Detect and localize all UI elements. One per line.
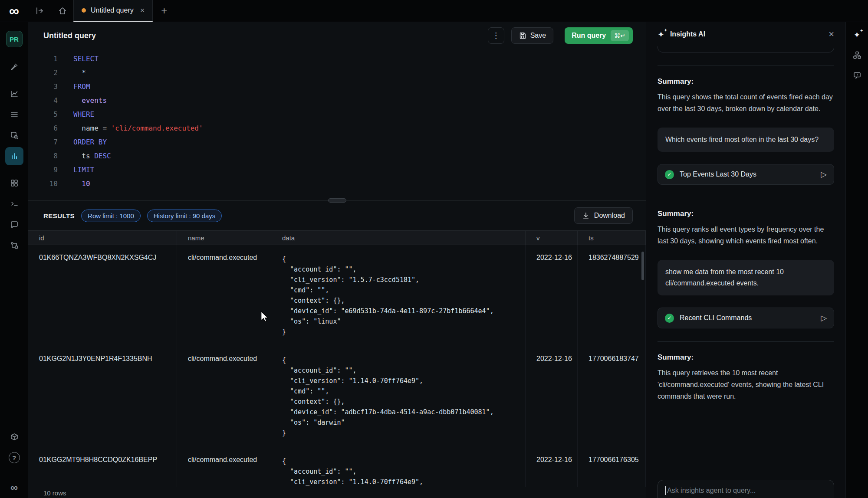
insights-title: Insights AI — [670, 30, 705, 38]
query-result-card[interactable]: ✓Top Events Last 30 Days▷ — [658, 164, 834, 185]
code-line[interactable]: 1SELECT — [28, 52, 646, 66]
splitter-drag-handle[interactable] — [328, 198, 346, 203]
infinity-logo-icon: ∞ — [9, 4, 19, 18]
main-panel: Untitled query ⋮ Save Run query ⌘↵ 1SELE… — [28, 22, 646, 498]
column-header-ts[interactable]: ts — [578, 231, 646, 245]
insights-ai-toggle[interactable]: ✦✦ — [851, 28, 864, 41]
insights-header: ✦✦ Insights AI × — [646, 22, 845, 46]
right-icon-strip: ✦✦ — [845, 22, 868, 498]
sql-editor[interactable]: 1SELECT2 *3FROM4 events5WHERE6 name = 'c… — [28, 49, 646, 200]
section-divider — [658, 198, 834, 198]
sidebar-item-trends[interactable] — [5, 85, 23, 103]
workflow-icon — [10, 241, 19, 250]
code-line[interactable]: 10 10 — [28, 177, 646, 191]
insights-thread: Summary:This query shows the total count… — [658, 66, 834, 402]
left-sidebar: PR — [0, 22, 28, 498]
expand-sidebar-button[interactable] — [28, 0, 51, 22]
cell-id: 01KGG2N1J3Y0ENP1R4F1335BNH — [28, 346, 177, 447]
tab-bar: ∞ Untitled query × + — [0, 0, 868, 22]
sidebar-item-query[interactable] — [5, 147, 23, 165]
sidebar-item-help[interactable]: ? — [5, 449, 23, 467]
sidebar-item-explore[interactable] — [5, 126, 23, 144]
ask-input[interactable]: Ask insights agent to query... ↑ — [658, 480, 834, 498]
grid-icon — [10, 179, 19, 187]
column-header-name[interactable]: name — [177, 231, 271, 245]
save-button[interactable]: Save — [511, 27, 553, 44]
table-header-row: idnamedatavts — [28, 230, 646, 245]
sidebar-item-console[interactable] — [5, 195, 23, 213]
terminal-icon — [10, 200, 19, 208]
cell-id: 01KGG2MT9H8H8CCDQ0ZK16BEPP — [28, 447, 177, 487]
app-logo: ∞ — [0, 0, 28, 22]
table-row[interactable]: 01KGG2N1J3Y0ENP1R4F1335BNHcli/command.ex… — [28, 346, 646, 447]
code-line[interactable]: 6 name = 'cli/command.executed' — [28, 121, 646, 135]
code-line[interactable]: 7ORDER BY — [28, 135, 646, 149]
query-result-card[interactable]: ✓Recent CLI Commands▷ — [658, 308, 834, 328]
sparkle-icon: ✦✦ — [854, 31, 861, 39]
unsaved-dot-icon — [82, 8, 86, 13]
user-message: show me data from the most recent 10 cli… — [658, 260, 834, 295]
hierarchy-icon — [853, 51, 861, 59]
table-row[interactable]: 01KGG2MT9H8H8CCDQ0ZK16BEPPcli/command.ex… — [28, 447, 646, 487]
query-card-label: Recent CLI Commands — [680, 314, 752, 322]
results-table: idnamedatavts 01K66TQNZA3WFBQ8XN2KXSG4CJ… — [28, 230, 646, 498]
results-label: RESULTS — [43, 212, 75, 220]
package-icon — [10, 432, 19, 441]
sidebar-item-workflows[interactable] — [5, 236, 23, 255]
cell-data: { "account_id": "", "cli_version": "1.5.… — [271, 245, 526, 346]
sidebar-item-containers[interactable] — [5, 428, 23, 446]
section-divider — [658, 66, 834, 66]
cell-name: cli/command.executed — [177, 447, 271, 487]
org-avatar[interactable]: PR — [6, 31, 23, 47]
page-title: Untitled query — [43, 31, 96, 40]
download-button[interactable]: Download — [574, 207, 633, 224]
new-tab-button[interactable]: + — [153, 0, 175, 22]
results-badges: Row limit : 1000History limit : 90 days — [81, 210, 222, 222]
feedback-toggle[interactable] — [851, 69, 864, 82]
run-card-icon[interactable]: ▷ — [821, 313, 827, 323]
sidebar-item-apps[interactable] — [5, 174, 23, 192]
column-header-v[interactable]: v — [526, 231, 578, 245]
download-icon — [582, 212, 590, 220]
sidebar-item-streams[interactable] — [5, 105, 23, 124]
app-window: ∞ Untitled query × + PR — [0, 0, 868, 498]
column-header-id[interactable]: id — [28, 231, 177, 245]
chat-bubble-icon — [10, 220, 19, 229]
column-header-data[interactable]: data — [271, 231, 526, 245]
home-button[interactable] — [51, 0, 73, 22]
code-line[interactable]: 3FROM — [28, 80, 646, 94]
results-toolbar: RESULTS Row limit : 1000History limit : … — [28, 201, 646, 230]
insights-panel: ✦✦ Insights AI × Summary:This query show… — [646, 22, 845, 498]
code-line[interactable]: 8 ts DESC — [28, 149, 646, 163]
table-scrollbar[interactable] — [641, 252, 644, 280]
query-menu-button[interactable]: ⋮ — [488, 27, 504, 44]
sidebar-item-chat[interactable] — [5, 216, 23, 234]
insights-close-icon[interactable]: × — [829, 29, 834, 39]
cell-data: { "account_id": "", "cli_version": "1.14… — [271, 447, 526, 487]
schema-toggle[interactable] — [851, 49, 864, 62]
tab-close-icon[interactable]: × — [140, 6, 145, 15]
table-row[interactable]: 01K66TQNZA3WFBQ8XN2KXSG4CJcli/command.ex… — [28, 245, 646, 346]
cell-v: 2022-12-16 — [526, 346, 578, 447]
summary-text: This query shows the total count of even… — [658, 91, 834, 115]
text-caret — [665, 486, 666, 495]
user-message: Which events fired most often in the las… — [658, 128, 834, 152]
row-count-status: 10 rows — [28, 487, 646, 498]
tab-untitled-query[interactable]: Untitled query × — [73, 0, 153, 22]
code-line[interactable]: 4 events — [28, 94, 646, 108]
limit-badge[interactable]: History limit : 90 days — [147, 210, 222, 222]
save-icon — [519, 32, 526, 39]
home-icon — [58, 7, 67, 15]
code-line[interactable]: 5WHERE — [28, 108, 646, 121]
run-shortcut-badge: ⌘↵ — [611, 30, 629, 41]
download-button-label: Download — [594, 212, 625, 220]
code-line[interactable]: 2 * — [28, 66, 646, 80]
run-card-icon[interactable]: ▷ — [821, 170, 827, 179]
cell-v: 2022-12-16 — [526, 245, 578, 346]
section-divider — [658, 341, 834, 342]
query-header: Untitled query ⋮ Save Run query ⌘↵ — [28, 22, 646, 49]
code-line[interactable]: 9LIMIT — [28, 163, 646, 177]
sidebar-item-pipette[interactable] — [5, 58, 23, 76]
run-query-button[interactable]: Run query ⌘↵ — [565, 27, 633, 44]
limit-badge[interactable]: Row limit : 1000 — [81, 210, 141, 222]
